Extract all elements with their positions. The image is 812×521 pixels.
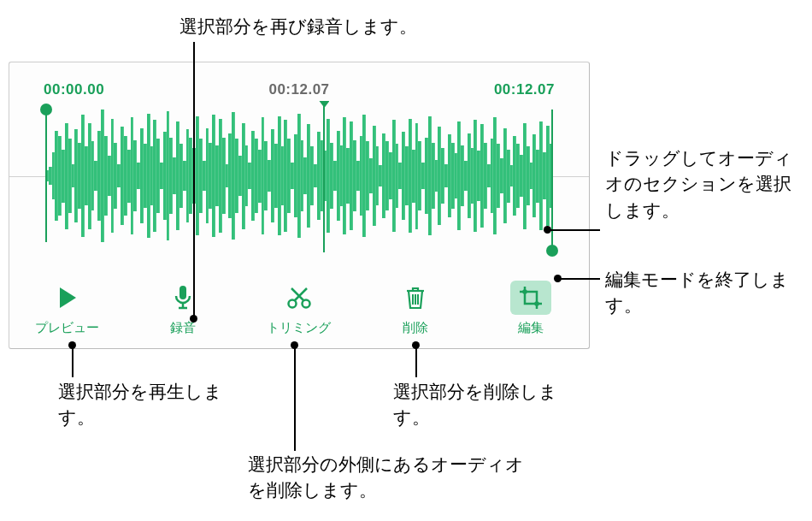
playhead[interactable] xyxy=(323,102,325,252)
leader-line xyxy=(294,346,296,451)
leader-dot xyxy=(412,341,420,349)
editor-toolbar: プレビュー 録音 トリミング xyxy=(9,281,589,336)
svg-point-12 xyxy=(534,301,539,306)
trim-button[interactable]: トリミング xyxy=(241,281,357,336)
audio-editor-panel: 00:00.00 00:12.07 00:12.07 プレビュー xyxy=(9,62,590,349)
leader-dot xyxy=(544,226,551,234)
leader-line xyxy=(193,42,195,317)
selection-knob-left[interactable] xyxy=(40,104,52,115)
leader-line xyxy=(415,346,417,377)
timecode-start: 00:00.00 xyxy=(44,81,104,98)
timecode-end: 00:12.07 xyxy=(494,81,555,98)
callout-trim-outside: 選択部分の外側にあるオーディオを削除します。 xyxy=(248,452,530,504)
leader-dot xyxy=(68,341,76,349)
leader-line xyxy=(549,229,600,231)
record-button[interactable]: 録音 xyxy=(126,281,242,336)
leader-dot xyxy=(190,315,197,323)
preview-button[interactable]: プレビュー xyxy=(9,281,126,336)
trash-icon xyxy=(395,281,436,315)
preview-label: プレビュー xyxy=(35,320,99,336)
leader-dot xyxy=(291,341,298,349)
callout-drag-select: ドラッグしてオーディオのセクションを選択します。 xyxy=(605,145,802,223)
timecode-current: 00:12.07 xyxy=(268,81,329,98)
delete-label: 削除 xyxy=(403,320,428,336)
callout-delete-selection: 選択部分を削除します。 xyxy=(393,379,581,431)
edit-label: 編集 xyxy=(518,320,544,336)
leader-line xyxy=(559,278,600,280)
play-icon xyxy=(47,281,88,315)
selection-handle-left[interactable] xyxy=(45,110,47,242)
delete-button[interactable]: 削除 xyxy=(357,281,474,336)
waveform xyxy=(45,110,553,242)
svg-point-11 xyxy=(522,289,527,294)
microphone-icon xyxy=(162,281,203,315)
callout-exit-edit: 編集モードを終了します。 xyxy=(605,267,802,319)
svg-rect-0 xyxy=(179,286,186,299)
waveform-area[interactable] xyxy=(35,110,563,242)
callout-play-selection: 選択部分を再生します。 xyxy=(58,379,246,431)
callout-record-again: 選択部分を再び録音します。 xyxy=(179,14,417,39)
selection-knob-right[interactable] xyxy=(546,245,558,257)
crop-icon xyxy=(510,281,551,315)
timecode-row: 00:00.00 00:12.07 00:12.07 xyxy=(44,81,555,98)
scissors-icon xyxy=(279,281,320,315)
leader-dot xyxy=(554,275,562,282)
leader-line xyxy=(72,346,74,377)
edit-button[interactable]: 編集 xyxy=(473,281,589,336)
trim-label: トリミング xyxy=(267,320,331,336)
